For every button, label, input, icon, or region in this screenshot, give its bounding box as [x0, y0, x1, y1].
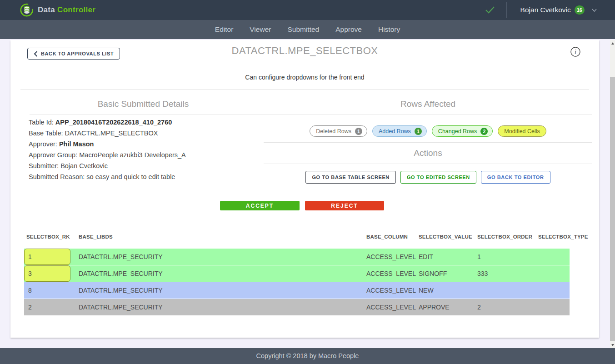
- column-header-selectbox_type: SELECTBOX_TYPE: [536, 234, 570, 239]
- added-rows-badge[interactable]: Added Rows1: [372, 125, 427, 137]
- table-cell: ACCESS_LEVEL: [364, 270, 416, 277]
- nav-item-history[interactable]: History: [378, 25, 400, 34]
- table-description: Can configure dropdowns for the front en…: [10, 74, 599, 81]
- scrollbar-thumb[interactable]: [610, 77, 615, 341]
- scroll-down-arrow-icon[interactable]: [610, 342, 615, 348]
- details-field-list: Table Id: APP_20180416T202622618_410_276…: [29, 117, 266, 182]
- table-cell: DATACTRL.MPE_SECURITY: [76, 304, 364, 311]
- detail-field: Approver Group: MacroPeople azukbi3 Deve…: [29, 150, 266, 160]
- detail-field: Submitter: Bojan Cvetkovic: [29, 160, 266, 171]
- modified-cell: 3: [24, 265, 70, 282]
- rows-affected-section: Rows Affected Deleted Rows1Added Rows1Ch…: [264, 99, 592, 112]
- field-value: Bojan Cvetkovic: [60, 162, 108, 170]
- table-cell: SIGNOFF: [416, 270, 475, 277]
- table-cell: DATACTRL.MPE_SECURITY: [76, 287, 364, 294]
- table-cell: EDIT: [416, 253, 475, 260]
- decision-buttons: ACCEPT REJECT: [220, 201, 384, 210]
- divider: [264, 164, 592, 164]
- go-back-to-editor-button[interactable]: GO BACK TO EDITOR: [481, 171, 550, 184]
- user-count-badge: 16: [575, 5, 585, 15]
- table-cell: 1: [475, 253, 536, 260]
- app-logo[interactable]: DataController: [20, 0, 95, 20]
- brand-secondary: Controller: [57, 5, 95, 14]
- column-header-selectbox_order: SELECTBOX_ORDER: [475, 234, 536, 239]
- app-header: DataController Bojan Cvetkovic 16: [0, 0, 615, 20]
- table-cell: ACCESS_LEVEL: [364, 304, 416, 311]
- field-label: Table Id:: [29, 119, 54, 126]
- field-value: Phil Mason: [59, 140, 94, 148]
- brand-primary: Data: [38, 5, 55, 14]
- modified-rows-badge[interactable]: Modified Cells: [498, 125, 546, 137]
- reject-button[interactable]: REJECT: [305, 201, 384, 210]
- chevron-down-icon: [592, 9, 597, 12]
- field-value: so easy and quick to edit table: [86, 173, 175, 180]
- footer: Copyright © 2018 by Macro People: [0, 348, 615, 364]
- page-title: DATACTRL.MPE_SELECTBOX: [10, 45, 599, 57]
- header-divider: [506, 2, 507, 18]
- scroll-up-arrow-icon[interactable]: [610, 40, 615, 46]
- deleted-rows-badge[interactable]: Deleted Rows1: [310, 125, 367, 137]
- user-menu[interactable]: Bojan Cvetkovic 16: [520, 5, 597, 15]
- detail-field: Approver: Phil Mason: [29, 139, 266, 150]
- divider: [18, 332, 592, 332]
- table-cell: 1: [24, 249, 76, 265]
- changes-table: SELECTBOX_RKBASE_LIBDSBASE_COLUMNSELECTB…: [24, 234, 570, 316]
- action-buttons: GO TO BASE TABLE SCREENGO TO EDITED SCRE…: [264, 171, 592, 184]
- badge-count: 1: [415, 128, 422, 135]
- changed-rows-badge[interactable]: Changed Rows2: [432, 125, 493, 137]
- field-label: Approver:: [29, 140, 57, 148]
- badge-count: 2: [480, 128, 488, 135]
- field-label: Base Table:: [29, 130, 63, 137]
- status-check-icon: [485, 5, 495, 15]
- nav-item-approve[interactable]: Approve: [335, 25, 362, 34]
- table-row[interactable]: 3DATACTRL.MPE_SECURITYACCESS_LEVELSIGNOF…: [24, 265, 570, 282]
- brand-name: DataController: [38, 5, 95, 15]
- column-header-selectbox_rk: SELECTBOX_RK: [24, 234, 76, 239]
- table-cell: 333: [475, 270, 536, 277]
- info-button[interactable]: i: [570, 46, 581, 57]
- field-label: Approver Group:: [29, 151, 77, 159]
- table-header-row: SELECTBOX_RKBASE_LIBDSBASE_COLUMNSELECTB…: [24, 234, 570, 249]
- detail-field: Submitted Reason: so easy and quick to e…: [29, 171, 266, 182]
- go-to-base-table-screen-button[interactable]: GO TO BASE TABLE SCREEN: [305, 171, 395, 184]
- database-logo-icon: [20, 3, 34, 17]
- table-row[interactable]: 2DATACTRL.MPE_SECURITYACCESS_LEVELAPPROV…: [24, 299, 570, 315]
- divider: [264, 142, 592, 143]
- main-nav: EditorViewerSubmittedApproveHistory: [0, 20, 615, 39]
- nav-item-viewer[interactable]: Viewer: [250, 25, 271, 34]
- divider: [20, 89, 589, 90]
- divider: [264, 115, 592, 115]
- nav-item-submitted[interactable]: Submitted: [287, 25, 319, 34]
- field-value: MacroPeople azukbi3 Developers_A: [79, 151, 186, 159]
- table-cell: APPROVE: [416, 304, 475, 311]
- rows-affected-badges: Deleted Rows1Added Rows1Changed Rows2Mod…: [264, 125, 592, 137]
- badge-label: Changed Rows: [438, 128, 477, 135]
- detail-field: Table Id: APP_20180416T202622618_410_276…: [29, 117, 266, 128]
- table-row[interactable]: 1DATACTRL.MPE_SECURITYACCESS_LEVELEDIT1: [24, 249, 570, 265]
- badge-label: Modified Cells: [504, 128, 540, 135]
- column-header-base_libds: BASE_LIBDS: [76, 234, 364, 239]
- table-cell: DATACTRL.MPE_SECURITY: [76, 253, 364, 260]
- header-right: Bojan Cvetkovic 16: [485, 0, 597, 20]
- table-cell: 8: [24, 282, 76, 299]
- accept-button[interactable]: ACCEPT: [220, 201, 300, 210]
- divider: [30, 115, 266, 115]
- field-label: Submitter:: [29, 162, 59, 170]
- field-label: Submitted Reason:: [29, 173, 85, 180]
- table-cell: 2: [475, 304, 536, 311]
- user-name: Bojan Cvetkovic: [520, 6, 571, 14]
- detail-field: Base Table: DATACTRL.MPE_SELECTBOX: [29, 128, 266, 139]
- table-row[interactable]: 8DATACTRL.MPE_SECURITYACCESS_LEVELNEW: [24, 282, 570, 299]
- badge-label: Deleted Rows: [316, 128, 351, 135]
- vertical-scrollbar[interactable]: [610, 40, 615, 348]
- rows-affected-heading: Rows Affected: [264, 99, 592, 112]
- nav-item-editor[interactable]: Editor: [215, 25, 234, 34]
- table-body: 1DATACTRL.MPE_SECURITYACCESS_LEVELEDIT13…: [24, 249, 570, 315]
- table-cell: 3: [24, 265, 76, 282]
- table-cell: ACCESS_LEVEL: [364, 287, 416, 294]
- field-value: APP_20180416T202622618_410_2760: [55, 119, 172, 126]
- field-value: DATACTRL.MPE_SELECTBOX: [65, 130, 158, 137]
- actions-heading: Actions: [264, 148, 592, 161]
- go-to-edited-screen-button[interactable]: GO TO EDITED SCREEN: [400, 171, 476, 184]
- table-cell: ACCESS_LEVEL: [364, 253, 416, 260]
